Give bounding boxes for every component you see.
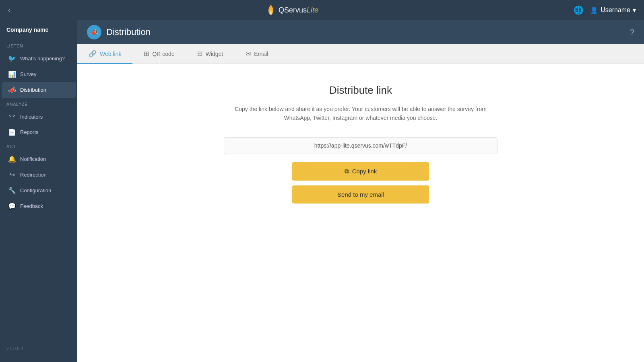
copy-link-button[interactable]: ⧉ Copy link [292, 162, 429, 181]
user-avatar: 👤 [590, 6, 598, 14]
top-nav-left: ‹ [8, 6, 10, 14]
user-area[interactable]: 👤 Username ▾ [590, 6, 636, 14]
top-nav: ‹ QServusLite 🌐 👤 Username ▾ [0, 0, 644, 20]
survey-icon: 📊 [8, 70, 16, 78]
logo-flame-icon [266, 4, 276, 16]
sidebar-item-survey[interactable]: 📊 Survey [2, 66, 76, 82]
tab-widget-label: Widget [206, 51, 223, 57]
link-input-container [224, 137, 497, 154]
sidebar-item-label: Indicators [20, 114, 43, 120]
distribute-description: Copy the link below and share it as you … [224, 105, 497, 123]
version-label: v.1.0.8.4 [0, 341, 77, 356]
sidebar-item-label: Distribution [20, 87, 46, 93]
distribution-icon: 📣 [8, 86, 16, 94]
logo-text: QServusLite [279, 6, 318, 14]
sidebar-section-analyze: Analyze [0, 98, 77, 109]
copy-icon: ⧉ [345, 168, 349, 175]
page-title: Distribution [106, 27, 151, 37]
sidebar-item-reports[interactable]: 📄 Reports [2, 124, 76, 140]
tab-web-link[interactable]: 🔗 Web link [77, 44, 132, 64]
sidebar-item-distribution[interactable]: 📣 Distribution [2, 82, 76, 98]
back-button[interactable]: ‹ [8, 6, 10, 14]
tab-widget[interactable]: ⊟ Widget [186, 44, 235, 64]
widget-tab-icon: ⊟ [197, 50, 202, 58]
send-email-label: Send to my email [337, 191, 384, 198]
link-input[interactable] [224, 137, 497, 154]
configuration-icon: 🔧 [8, 187, 16, 194]
user-dropdown-icon: ▾ [633, 6, 636, 14]
sidebar-section-act: Act [0, 140, 77, 151]
page-header: 📣 Distribution ? [77, 20, 644, 44]
sidebar-section-listen: Listen [0, 39, 77, 51]
sidebar-item-label: Reports [20, 129, 39, 135]
sidebar-item-whats-happening[interactable]: 🐦 What's happening? [2, 51, 76, 66]
sidebar-item-label: Redirection [20, 172, 47, 178]
sidebar-item-label: What's happening? [20, 56, 65, 62]
qr-code-tab-icon: ⊞ [144, 50, 149, 58]
logo-area: QServusLite [266, 4, 318, 16]
email-tab-icon: ✉ [246, 50, 251, 58]
redirection-icon: ↪ [8, 171, 16, 179]
page-header-left: 📣 Distribution [87, 25, 151, 39]
whats-happening-icon: 🐦 [8, 55, 16, 62]
feedback-icon: 💬 [8, 202, 16, 210]
sidebar-item-feedback[interactable]: 💬 Feedback [2, 198, 76, 214]
help-icon[interactable]: ? [630, 28, 634, 37]
content-area: 📣 Distribution ? 🔗 Web link ⊞ QR code ⊟ … [77, 20, 644, 362]
sidebar: Company name Listen 🐦 What's happening? … [0, 20, 77, 362]
tabs-container: 🔗 Web link ⊞ QR code ⊟ Widget ✉ Email [77, 44, 644, 64]
globe-icon[interactable]: 🌐 [574, 5, 584, 15]
notification-icon: 🔔 [8, 155, 16, 163]
main-layout: Company name Listen 🐦 What's happening? … [0, 20, 644, 362]
company-name: Company name [0, 27, 77, 39]
tab-email[interactable]: ✉ Email [234, 44, 279, 64]
reports-icon: 📄 [8, 128, 16, 136]
logo-suffix: Lite [307, 6, 318, 14]
page-header-icon: 📣 [87, 25, 101, 39]
sidebar-item-label: Survey [20, 71, 36, 77]
page-content: Distribute link Copy the link below and … [77, 64, 644, 362]
sidebar-item-label: Feedback [20, 203, 43, 209]
sidebar-item-notification[interactable]: 🔔 Notification [2, 151, 76, 167]
username-label: Username [601, 6, 630, 14]
web-link-tab-icon: 🔗 [89, 50, 97, 58]
sidebar-item-configuration[interactable]: 🔧 Configuration [2, 183, 76, 198]
copy-link-label: Copy link [352, 168, 377, 175]
distribute-title: Distribute link [329, 84, 392, 97]
tab-web-link-label: Web link [100, 51, 121, 57]
tab-email-label: Email [254, 51, 268, 57]
sidebar-item-label: Notification [20, 156, 46, 162]
tab-qr-code[interactable]: ⊞ QR code [132, 44, 186, 64]
send-email-button[interactable]: Send to my email [292, 185, 429, 204]
top-nav-right: 🌐 👤 Username ▾ [574, 5, 636, 15]
sidebar-item-indicators[interactable]: 〰 Indicators [2, 109, 76, 124]
sidebar-item-redirection[interactable]: ↪ Redirection [2, 167, 76, 183]
indicators-icon: 〰 [8, 113, 16, 120]
tab-qr-code-label: QR code [152, 51, 174, 57]
sidebar-item-label: Configuration [20, 187, 51, 193]
